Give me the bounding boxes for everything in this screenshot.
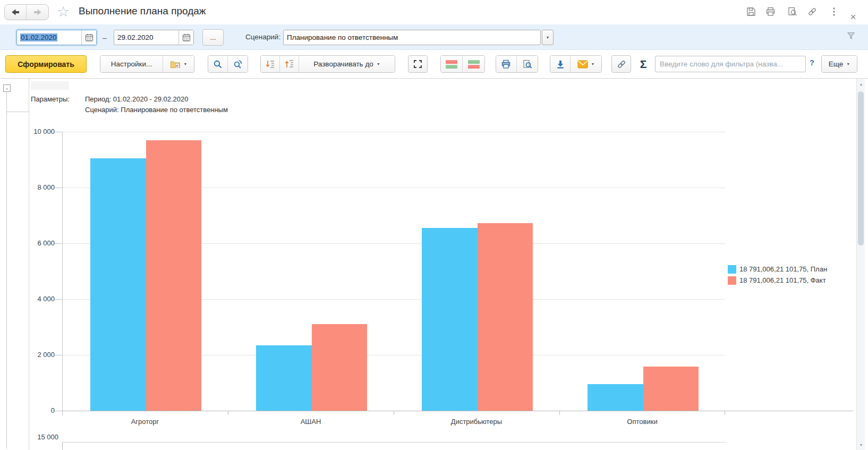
calendar-icon[interactable] — [178, 30, 193, 45]
group-header-cell[interactable] — [31, 81, 69, 90]
report-toolbar: Сформировать Настройки... ▼ Разворачиват… — [0, 50, 868, 79]
repeat-search-icon — [233, 59, 243, 70]
get-link-button[interactable] — [611, 55, 631, 73]
legend-swatch-plan — [728, 265, 736, 274]
group-expander[interactable]: - — [3, 84, 11, 92]
forward-arrow-icon — [32, 7, 43, 18]
appearance-red-green-button[interactable] — [441, 56, 463, 72]
bar-fact-4[interactable] — [643, 367, 699, 411]
scenario-dropdown-button[interactable]: ▼ — [542, 30, 554, 45]
totals-sigma-button[interactable]: Σ — [635, 56, 652, 72]
print-preview-icon[interactable] — [786, 5, 799, 18]
fullscreen-button[interactable] — [408, 55, 428, 73]
y-tick-label: 6 000 — [24, 239, 55, 247]
legend-label-plan: 18 791,006,21 101,75, План — [739, 265, 827, 273]
scenario-field[interactable]: Планирование по ответственным — [283, 30, 541, 45]
link-icon — [616, 59, 627, 70]
bar-chart: 02 0004 0006 0008 00010 000АгроторгАШАНД… — [62, 132, 725, 411]
help-link[interactable]: ? — [810, 58, 814, 67]
scroll-up-icon[interactable]: ▲ — [857, 80, 865, 88]
parameter-period: Период: 01.02.2020 - 29.02.2020 — [85, 95, 189, 103]
y-tick-label: 0 — [24, 406, 55, 414]
preview-icon — [522, 59, 533, 70]
search-button[interactable] — [208, 56, 228, 72]
next-chart-tick-label: 15 000 — [24, 433, 58, 441]
link-icon[interactable] — [806, 5, 819, 18]
date-from-field[interactable]: 01.02.2020 — [16, 30, 97, 45]
window-titlebar: ☆ Выполнение плана продаж × — [0, 0, 868, 24]
legend-swatch-fact — [728, 276, 736, 285]
expand-down-icon — [265, 59, 275, 69]
bar-plan-3[interactable] — [422, 228, 478, 411]
legend-row-fact: 18 791,006,21 101,75, Факт — [728, 275, 827, 286]
parameters-label: Параметры: — [31, 95, 70, 103]
y-tick — [55, 132, 62, 132]
more-actions-button[interactable]: Еще▼ — [822, 56, 857, 72]
repeat-search-button[interactable] — [228, 56, 248, 72]
bar-fact-1[interactable] — [146, 140, 202, 411]
y-tick — [55, 243, 62, 244]
next-chart-tickmark — [62, 442, 63, 450]
red-stripe-icon — [468, 65, 480, 69]
tree-guide-line — [6, 112, 29, 112]
scrollbar-thumb[interactable] — [858, 91, 864, 245]
date-to-field[interactable]: 29.02.2020 — [114, 30, 194, 45]
x-tick — [559, 411, 560, 415]
bar-fact-3[interactable] — [478, 223, 533, 411]
generate-button[interactable]: Сформировать — [5, 55, 87, 73]
select-period-button[interactable]: ... — [202, 29, 224, 46]
vertical-scrollbar[interactable]: ▲ ▼ — [856, 79, 865, 450]
x-tick — [62, 411, 63, 415]
print-button[interactable] — [496, 56, 517, 72]
save-result-button[interactable] — [550, 56, 571, 72]
bar-plan-4[interactable] — [588, 384, 643, 411]
x-tick — [725, 411, 725, 415]
x-category-label: Агроторг — [62, 418, 228, 426]
preview-button[interactable] — [517, 56, 538, 72]
y-tick — [55, 299, 62, 300]
bar-plan-2[interactable] — [256, 345, 312, 411]
nav-buttons — [4, 4, 49, 20]
y-tick-label: 10 000 — [24, 128, 55, 135]
favorite-star-icon[interactable]: ☆ — [57, 3, 70, 20]
collapse-groups-button[interactable] — [280, 56, 299, 72]
save-icon[interactable] — [745, 5, 758, 18]
appearance-green-red-button[interactable] — [463, 56, 484, 72]
report-variant-icon — [170, 60, 181, 69]
filter-bar: 01.02.2020 – 29.02.2020 ... Сценарий: Пл… — [0, 24, 868, 50]
forward-button[interactable] — [27, 5, 48, 20]
back-button[interactable] — [5, 5, 27, 20]
expand-to-button[interactable]: Разворачивать до▼ — [299, 56, 395, 72]
legend-row-plan: 18 791,006,21 101,75, План — [728, 264, 827, 275]
bar-plan-1[interactable] — [90, 158, 146, 411]
parameter-scenario: Сценарий: Планирование по ответственным — [85, 106, 228, 114]
x-category-label: Дистрибьютеры — [394, 418, 559, 426]
red-stripe-icon — [446, 60, 457, 64]
date-range-separator: – — [103, 33, 107, 42]
filter-funnel-icon[interactable] — [846, 31, 856, 44]
x-category-label: Оптовики — [559, 418, 725, 426]
date-from-value[interactable]: 01.02.2020 — [17, 33, 81, 41]
bar-fact-2[interactable] — [312, 324, 368, 411]
quick-filter-input[interactable] — [655, 56, 806, 72]
y-axis — [62, 132, 63, 411]
calendar-icon[interactable] — [81, 30, 96, 45]
x-axis — [62, 411, 853, 411]
x-tick — [228, 411, 228, 415]
legend-label-fact: 18 791,006,21 101,75, Факт — [739, 276, 826, 284]
expand-groups-button[interactable] — [261, 56, 280, 72]
more-menu-icon[interactable] — [828, 5, 840, 18]
y-tick — [55, 188, 62, 188]
date-to-value[interactable]: 29.02.2020 — [114, 33, 178, 41]
print-icon[interactable] — [764, 5, 777, 18]
report-area: - Параметры: Период: 01.02.2020 - 29.02.… — [0, 79, 868, 450]
scenario-value[interactable]: Планирование по ответственным — [284, 33, 540, 41]
chart-legend: 18 791,006,21 101,75, План 18 791,006,21… — [728, 264, 827, 286]
report-variants-button[interactable]: ▼ — [163, 56, 194, 72]
scroll-down-icon[interactable]: ▼ — [857, 440, 865, 449]
send-email-button[interactable]: ▼ — [571, 56, 601, 72]
email-icon — [577, 60, 588, 69]
close-icon[interactable]: × — [847, 5, 860, 18]
settings-button[interactable]: Настройки... — [100, 56, 163, 72]
scenario-label: Сценарий: — [245, 33, 280, 41]
